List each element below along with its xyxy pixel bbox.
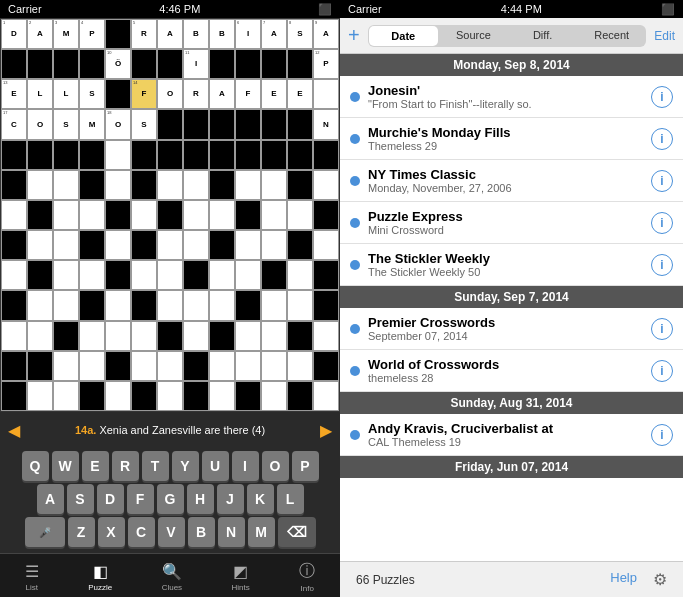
list-item[interactable]: Andy Kravis, Cruciverbalist at CAL Theme… [340, 414, 683, 456]
toolbar-clues-label: Clues [162, 583, 182, 592]
key-d[interactable]: D [97, 484, 124, 514]
key-z[interactable]: Z [68, 517, 95, 547]
toolbar-hints-label: Hints [232, 583, 250, 592]
toolbar-list[interactable]: ☰ List [25, 562, 39, 592]
key-e[interactable]: E [82, 451, 109, 481]
puzzle-dot [350, 92, 360, 102]
puzzle-subtitle: Themeless 29 [368, 140, 651, 152]
keyboard-row-1: Q W E R T Y U I O P [2, 451, 338, 481]
help-button[interactable]: Help [610, 570, 637, 589]
list-item[interactable]: The Stickler Weekly The Stickler Weekly … [340, 244, 683, 286]
key-a[interactable]: A [37, 484, 64, 514]
key-f[interactable]: F [127, 484, 154, 514]
key-l[interactable]: L [277, 484, 304, 514]
list-item[interactable]: Jonesin' "From Start to Finish"--literal… [340, 76, 683, 118]
key-o[interactable]: O [262, 451, 289, 481]
puzzle-info: Premier Crosswords September 07, 2014 [368, 315, 651, 342]
puzzle-info-button[interactable]: i [651, 360, 673, 382]
tab-source[interactable]: Source [439, 25, 508, 47]
next-clue-button[interactable]: ▶ [320, 421, 332, 440]
puzzle-info-button[interactable]: i [651, 424, 673, 446]
settings-icon[interactable]: ⚙ [653, 570, 667, 589]
info-icon: ⓘ [299, 561, 315, 582]
hints-icon: ◩ [233, 562, 248, 581]
tab-recent[interactable]: Recent [577, 25, 646, 47]
puzzle-dot [350, 176, 360, 186]
clue-description: Xenia and Zanesville are there (4) [99, 424, 265, 436]
tab-diff[interactable]: Diff. [508, 25, 577, 47]
key-j[interactable]: J [217, 484, 244, 514]
clue-number: 14a. [75, 424, 96, 436]
puzzle-list[interactable]: Monday, Sep 8, 2014 Jonesin' "From Start… [340, 54, 683, 561]
key-i[interactable]: I [232, 451, 259, 481]
toolbar-info-label: Info [301, 584, 314, 593]
key-w[interactable]: W [52, 451, 79, 481]
puzzle-dot [350, 430, 360, 440]
key-p[interactable]: P [292, 451, 319, 481]
list-item[interactable]: Murchie's Monday Fills Themeless 29 i [340, 118, 683, 160]
tab-date[interactable]: Date [369, 26, 438, 46]
key-q[interactable]: Q [22, 451, 49, 481]
battery-left: ⬛ [318, 3, 332, 16]
puzzle-info-button[interactable]: i [651, 128, 673, 150]
puzzle-info: Andy Kravis, Cruciverbalist at CAL Theme… [368, 421, 651, 448]
puzzle-dot [350, 366, 360, 376]
bottom-bar: 66 Puzzles Help ⚙ [340, 561, 683, 597]
key-h[interactable]: H [187, 484, 214, 514]
toolbar-hints[interactable]: ◩ Hints [232, 562, 250, 592]
puzzle-subtitle: "From Start to Finish"--literally so. [368, 98, 651, 110]
key-s[interactable]: S [67, 484, 94, 514]
bottom-actions: Help ⚙ [610, 570, 667, 589]
bottom-toolbar: ☰ List ◧ Puzzle 🔍 Clues ◩ Hints ⓘ Info [0, 553, 340, 597]
key-t[interactable]: T [142, 451, 169, 481]
section-header-sep8: Monday, Sep 8, 2014 [340, 54, 683, 76]
clue-bar: ◀ 14a. Xenia and Zanesville are there (4… [0, 412, 340, 448]
list-item[interactable]: World of Crosswords themeless 28 i [340, 350, 683, 392]
edit-button[interactable]: Edit [654, 29, 675, 43]
list-item[interactable]: Premier Crosswords September 07, 2014 i [340, 308, 683, 350]
key-x[interactable]: X [98, 517, 125, 547]
status-bar-left: Carrier 4:46 PM ⬛ [0, 0, 340, 18]
nav-tabs: Date Source Diff. Recent [368, 25, 647, 47]
puzzle-info: Jonesin' "From Start to Finish"--literal… [368, 83, 651, 110]
add-puzzle-button[interactable]: + [348, 24, 360, 47]
list-item[interactable]: Puzzle Express Mini Crossword i [340, 202, 683, 244]
puzzle-subtitle: CAL Themeless 19 [368, 436, 651, 448]
puzzle-info-button[interactable]: i [651, 170, 673, 192]
key-r[interactable]: R [112, 451, 139, 481]
key-m[interactable]: M [248, 517, 275, 547]
toolbar-info[interactable]: ⓘ Info [299, 561, 315, 593]
puzzle-title: Murchie's Monday Fills [368, 125, 651, 140]
status-bar-right: Carrier 4:44 PM ⬛ [340, 0, 683, 18]
list-item[interactable]: NY Times Classic Monday, November, 27, 2… [340, 160, 683, 202]
key-dictation[interactable]: 🎤 [25, 517, 65, 547]
key-v[interactable]: V [158, 517, 185, 547]
key-g[interactable]: G [157, 484, 184, 514]
puzzle-info-button[interactable]: i [651, 86, 673, 108]
toolbar-puzzle[interactable]: ◧ Puzzle [88, 562, 112, 592]
puzzle-subtitle: themeless 28 [368, 372, 651, 384]
puzzle-info-button[interactable]: i [651, 318, 673, 340]
puzzle-dot [350, 324, 360, 334]
key-y[interactable]: Y [172, 451, 199, 481]
prev-clue-button[interactable]: ◀ [8, 421, 20, 440]
key-c[interactable]: C [128, 517, 155, 547]
key-b[interactable]: B [188, 517, 215, 547]
puzzle-info-button[interactable]: i [651, 254, 673, 276]
key-u[interactable]: U [202, 451, 229, 481]
toolbar-clues[interactable]: 🔍 Clues [162, 562, 182, 592]
puzzle-info: The Stickler Weekly The Stickler Weekly … [368, 251, 651, 278]
time-right: 4:44 PM [501, 3, 542, 15]
backspace-key[interactable]: ⌫ [278, 517, 316, 547]
right-panel: Carrier 4:44 PM ⬛ + Date Source Diff. Re… [340, 0, 683, 597]
puzzle-info-button[interactable]: i [651, 212, 673, 234]
puzzle-title: Premier Crosswords [368, 315, 651, 330]
clues-icon: 🔍 [162, 562, 182, 581]
section-header-aug31: Sunday, Aug 31, 2014 [340, 392, 683, 414]
nav-bar: + Date Source Diff. Recent Edit [340, 18, 683, 54]
key-n[interactable]: N [218, 517, 245, 547]
crossword-grid[interactable]: 1D2A3M4P5RABB6I7A8S9A10Ö11I12P13ELLS14FO… [0, 18, 340, 412]
key-k[interactable]: K [247, 484, 274, 514]
section-header-jun07: Friday, Jun 07, 2014 [340, 456, 683, 478]
puzzle-dot [350, 260, 360, 270]
